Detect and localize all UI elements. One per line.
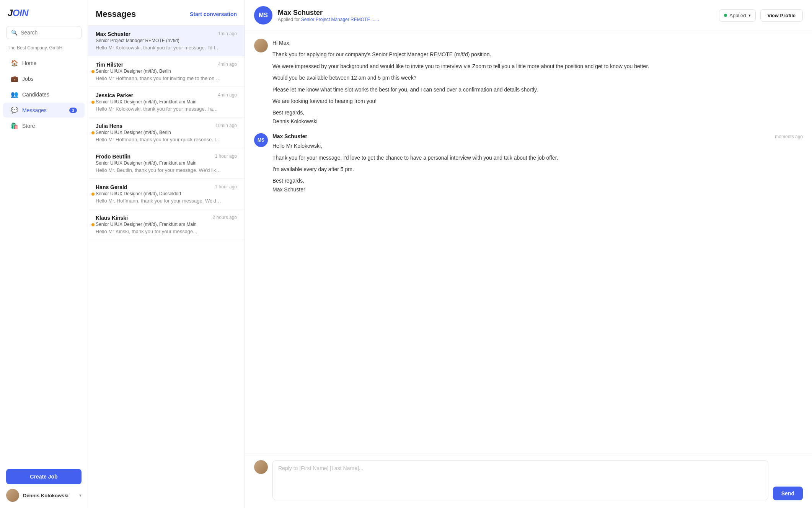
- conv-time: 10min ago: [215, 123, 237, 128]
- conv-name: Klaus Kinski: [96, 215, 128, 221]
- applied-for-label: Applied for Senior Project Manager REMOT…: [278, 17, 714, 22]
- message-list-header: Messages Start conversation: [88, 0, 245, 26]
- sender-avatar: [254, 39, 268, 52]
- candidate-avatar: MS: [254, 6, 272, 25]
- reply-input[interactable]: [273, 461, 768, 499]
- conversation-item[interactable]: Tim Hilster 4min ago Senior UI/UX Design…: [88, 56, 245, 87]
- msg-line: Would you be available between 12 am and…: [272, 74, 803, 82]
- conversation-item[interactable]: Hans Gerald 1 hour ago Senior UI/UX Desi…: [88, 179, 245, 209]
- conv-preview: Hello Mr Kinski, thank you for your mess…: [96, 229, 222, 234]
- messages-badge: 3: [69, 108, 77, 113]
- messages-container: Hi Max,Thank you for applying for our co…: [245, 31, 812, 454]
- conv-role: Senior UI/UX Designer (m/f/d), Frankfurt…: [96, 160, 237, 166]
- conv-name: Max Schuster: [96, 31, 130, 37]
- conv-preview: Hello Mr Hoffmann, thank you for invitin…: [96, 75, 222, 81]
- conv-role: Senior UI/UX Designer (m/f/d), Frankfurt…: [96, 222, 237, 227]
- conv-item-top: Frodo Beutlin 1 hour ago: [96, 154, 237, 160]
- conversation-item[interactable]: Jessica Parker 4min ago Senior UI/UX Des…: [88, 87, 245, 118]
- conv-item-top: Jessica Parker 4min ago: [96, 92, 237, 98]
- msg-line: Hi Max,: [272, 39, 803, 47]
- conv-name: Jessica Parker: [96, 92, 133, 98]
- sidebar-item-home[interactable]: 🏠 Home: [3, 56, 85, 70]
- user-name: Dennis Kolokowski: [23, 493, 75, 498]
- store-icon: 🛍️: [11, 122, 18, 129]
- conv-time: 1 hour ago: [215, 154, 237, 159]
- jobs-icon: 💼: [11, 75, 18, 82]
- conv-time: 1 hour ago: [215, 184, 237, 189]
- msg-line: We were impressed by your background and…: [272, 62, 803, 70]
- chevron-down-icon: ▾: [748, 13, 751, 18]
- conv-role: Senior UI/UX Designer (m/f/d), Düsseldor…: [96, 191, 237, 196]
- msg-body: Hi Max,Thank you for applying for our co…: [272, 39, 803, 126]
- conv-role: Senior UI/UX Designer (m/f/d), Frankfurt…: [96, 99, 237, 105]
- sidebar-item-messages[interactable]: 💬 Messages 3: [3, 103, 85, 118]
- status-dropdown[interactable]: Applied ▾: [719, 9, 755, 22]
- messages-icon: 💬: [11, 106, 18, 114]
- msg-text: Hi Max,Thank you for applying for our co…: [272, 39, 803, 126]
- conv-item-top: Hans Gerald 1 hour ago: [96, 184, 237, 190]
- conv-role: Senior UI/UX Designer (m/f/d), Berlin: [96, 130, 237, 135]
- msg-line: Thank you for applying for our company's…: [272, 50, 803, 59]
- msg-line: Best regards,Dennis Kolokowski: [272, 108, 803, 126]
- sender-avatar: MS: [254, 133, 268, 147]
- view-profile-button[interactable]: View Profile: [760, 9, 803, 22]
- message-group: MS Max Schuster moments ago Hello Mr Kol…: [254, 133, 803, 194]
- conv-preview: Hello Mr Hoffmann, thank you for your qu…: [96, 137, 222, 142]
- sidebar-item-candidates[interactable]: 👥 Candidates: [3, 87, 85, 102]
- msg-line: Hello Mr Kolokowski,: [272, 142, 803, 150]
- msg-sender-row: Max Schuster moments ago: [272, 133, 803, 139]
- conv-preview: Hello Mr Kolokowski, thank you for your …: [96, 106, 222, 112]
- search-icon: 🔍: [11, 29, 18, 36]
- chat-area: MS Max Schuster Applied for Senior Proje…: [245, 0, 812, 508]
- msg-sender-name: Max Schuster: [272, 133, 307, 139]
- applied-for-job-link[interactable]: Senior Project Manager REMOTE ......: [301, 17, 379, 22]
- unread-dot: [91, 193, 95, 196]
- sidebar: JOIN 🔍 The Best Company, GmbH 🏠 Home 💼 J…: [0, 0, 88, 508]
- conv-role: Senior UI/UX Designer (m/f/d), Berlin: [96, 69, 237, 74]
- conv-item-top: Julia Hens 10min ago: [96, 123, 237, 129]
- messages-title: Messages: [96, 9, 136, 19]
- conv-name: Julia Hens: [96, 123, 122, 129]
- conv-role: Senior Project Manager REMOTE (m/f/d): [96, 38, 237, 43]
- msg-line: I'm available every day after 5 pm.: [272, 165, 803, 173]
- msg-line: Please let me know what time slot works …: [272, 85, 803, 94]
- chat-header-actions: Applied ▾ View Profile: [719, 9, 803, 22]
- msg-body: Max Schuster moments ago Hello Mr Koloko…: [272, 133, 803, 194]
- send-button[interactable]: Send: [773, 487, 803, 500]
- reply-area: Send: [245, 454, 812, 508]
- msg-line: Best regards,Max Schuster: [272, 176, 803, 194]
- conv-item-top: Max Schuster 1min ago: [96, 31, 237, 37]
- msg-line: Thank you for your message. I'd love to …: [272, 154, 803, 162]
- chat-header-info: Max Schuster Applied for Senior Project …: [278, 9, 714, 22]
- conversation-item[interactable]: Julia Hens 10min ago Senior UI/UX Design…: [88, 118, 245, 148]
- unread-dot: [91, 101, 95, 104]
- reply-sender-avatar: [254, 460, 268, 474]
- chevron-down-icon: ▾: [79, 493, 82, 498]
- unread-dot: [91, 223, 95, 226]
- reply-input-wrapper: [272, 460, 768, 500]
- conv-preview: Hello Mr Kolokowski, thank you for your …: [96, 45, 222, 51]
- user-profile[interactable]: Dennis Kolokowski ▾: [6, 489, 82, 502]
- unread-dot: [91, 70, 95, 73]
- start-conversation-button[interactable]: Start conversation: [190, 11, 237, 17]
- search-input[interactable]: [21, 29, 77, 36]
- conversation-item[interactable]: Klaus Kinski 2 hours ago Senior UI/UX De…: [88, 209, 245, 240]
- unread-dot: [91, 131, 95, 134]
- create-job-button[interactable]: Create Job: [6, 469, 82, 484]
- candidate-name: Max Schuster: [278, 9, 714, 17]
- msg-line: We are looking forward to hearing from y…: [272, 97, 803, 105]
- msg-timestamp: moments ago: [775, 134, 803, 139]
- conv-time: 4min ago: [218, 92, 237, 98]
- company-name: The Best Company, GmbH: [0, 45, 88, 55]
- conversation-item[interactable]: Max Schuster 1min ago Senior Project Man…: [88, 26, 245, 56]
- conv-name: Hans Gerald: [96, 184, 127, 190]
- user-avatar: [6, 489, 19, 502]
- conv-time: 1min ago: [218, 31, 237, 36]
- sidebar-item-jobs[interactable]: 💼 Jobs: [3, 71, 85, 86]
- conversation-item[interactable]: Frodo Beutlin 1 hour ago Senior UI/UX De…: [88, 148, 245, 179]
- conv-preview: Hello Mr. Beutlin, thank you for your me…: [96, 167, 222, 173]
- sidebar-item-store[interactable]: 🛍️ Store: [3, 118, 85, 133]
- message-list: Messages Start conversation Max Schuster…: [88, 0, 245, 508]
- search-box[interactable]: 🔍: [6, 26, 82, 39]
- msg-text: Hello Mr Kolokowski,Thank you for your m…: [272, 142, 803, 194]
